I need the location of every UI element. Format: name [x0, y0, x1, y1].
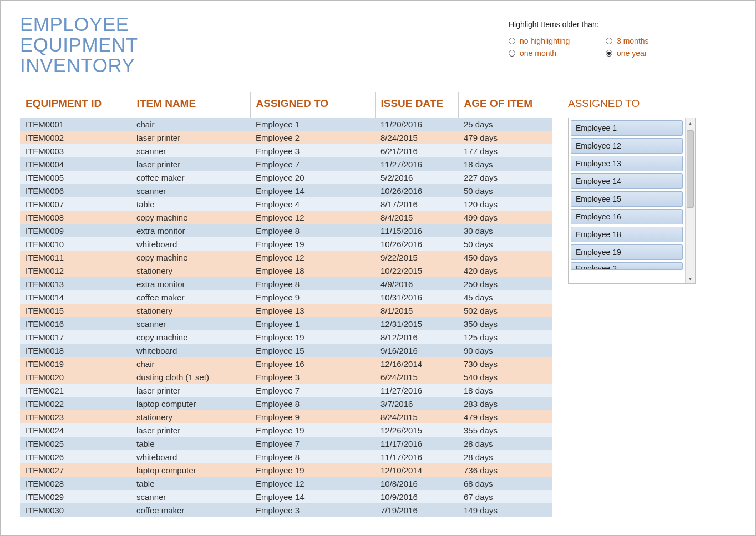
cell-age: 45 days [458, 290, 552, 304]
table-row[interactable]: ITEM0013extra monitorEmployee 84/9/20162… [20, 277, 552, 290]
cell-assigned: Employee 1 [250, 118, 375, 131]
cell-date: 12/26/2015 [375, 423, 458, 437]
title-line-2: EQUIPMENT [20, 35, 138, 55]
table-row[interactable]: ITEM0029scannerEmployee 1410/9/201667 da… [20, 490, 552, 503]
table-row[interactable]: ITEM0015stationeryEmployee 138/1/2015502… [20, 304, 552, 317]
cell-age: 479 days [458, 131, 552, 144]
cell-name: table [131, 477, 250, 490]
cell-assigned: Employee 3 [250, 370, 375, 384]
slicer-item[interactable]: Employee 14 [571, 173, 683, 189]
cell-assigned: Employee 9 [250, 290, 375, 304]
cell-name: coffee maker [131, 503, 250, 517]
cell-name: coffee maker [131, 171, 250, 184]
table-row[interactable]: ITEM0011copy machineEmployee 129/22/2015… [20, 251, 552, 264]
cell-date: 11/17/2016 [375, 450, 458, 463]
cell-assigned: Employee 8 [250, 397, 375, 410]
table-row[interactable]: ITEM0019chairEmployee 1612/16/2014730 da… [20, 357, 552, 370]
cell-id: ITEM0008 [20, 211, 131, 224]
cell-assigned: Employee 7 [250, 157, 375, 171]
slicer-scrollbar[interactable]: ▴ ▾ [685, 118, 695, 283]
cell-id: ITEM0012 [20, 264, 131, 277]
cell-age: 18 days [458, 157, 552, 171]
table-row[interactable]: ITEM0001chairEmployee 111/20/201625 days [20, 118, 552, 131]
table-row[interactable]: ITEM0023stationeryEmployee 98/24/2015479… [20, 410, 552, 423]
cell-id: ITEM0007 [20, 197, 131, 211]
scroll-up-arrow[interactable]: ▴ [686, 118, 695, 128]
cell-id: ITEM0015 [20, 304, 131, 317]
cell-date: 8/24/2015 [375, 131, 458, 144]
table-row[interactable]: ITEM0005coffee makerEmployee 205/2/20162… [20, 171, 552, 184]
cell-assigned: Employee 15 [250, 344, 375, 357]
table-row[interactable]: ITEM0007tableEmployee 48/17/2016120 days [20, 197, 552, 211]
slicer-box: Employee 1Employee 12Employee 13Employee… [568, 118, 696, 284]
cell-age: 67 days [458, 490, 552, 503]
slicer-item[interactable]: Employee 15 [571, 191, 683, 207]
cell-id: ITEM0018 [20, 344, 131, 357]
slicer-item[interactable]: Employee 13 [571, 156, 683, 171]
table-row[interactable]: ITEM0030coffee makerEmployee 37/19/20161… [20, 503, 552, 517]
cell-date: 11/17/2016 [375, 437, 458, 450]
slicer-item[interactable]: Employee 12 [571, 138, 683, 154]
table-row[interactable]: ITEM0025tableEmployee 711/17/201628 days [20, 437, 552, 450]
highlight-option[interactable]: no highlighting [509, 37, 589, 45]
table-row[interactable]: ITEM0022laptop computerEmployee 83/7/201… [20, 397, 552, 410]
column-header[interactable]: ASSIGNED TO [250, 92, 375, 118]
table-row[interactable]: ITEM0006scannerEmployee 1410/26/201650 d… [20, 184, 552, 197]
table-row[interactable]: ITEM0012stationeryEmployee 1810/22/20154… [20, 264, 552, 277]
column-header[interactable]: AGE OF ITEM [458, 92, 552, 118]
table-row[interactable]: ITEM0004laser printerEmployee 711/27/201… [20, 157, 552, 171]
cell-assigned: Employee 3 [250, 144, 375, 157]
slicer-item[interactable]: Employee 19 [571, 244, 683, 260]
table-row[interactable]: ITEM0027laptop computerEmployee 1912/10/… [20, 463, 552, 477]
cell-id: ITEM0030 [20, 503, 131, 517]
table-row[interactable]: ITEM0028tableEmployee 1210/8/201668 days [20, 477, 552, 490]
cell-name: coffee maker [131, 290, 250, 304]
highlight-option[interactable]: one year [606, 49, 686, 58]
inventory-table: EQUIPMENT IDITEM NAMEASSIGNED TOISSUE DA… [20, 92, 552, 517]
table-row[interactable]: ITEM0008copy machineEmployee 128/4/20154… [20, 211, 552, 224]
column-header[interactable]: EQUIPMENT ID [20, 92, 131, 118]
table-row[interactable]: ITEM0003scannerEmployee 36/21/2016177 da… [20, 144, 552, 157]
cell-id: ITEM0023 [20, 410, 131, 423]
slicer-item[interactable]: Employee 18 [571, 227, 683, 242]
cell-age: 149 days [458, 503, 552, 517]
slicer-panel: ASSIGNED TO Employee 1Employee 12Employe… [568, 92, 696, 284]
table-row[interactable]: ITEM0014coffee makerEmployee 910/31/2016… [20, 290, 552, 304]
cell-age: 28 days [458, 450, 552, 463]
column-header[interactable]: ITEM NAME [131, 92, 250, 118]
title-line-1: EMPLOYEE [20, 14, 138, 35]
table-row[interactable]: ITEM0016scannerEmployee 112/31/2015350 d… [20, 317, 552, 330]
cell-date: 11/20/2016 [375, 118, 458, 131]
table-row[interactable]: ITEM0020dusting cloth (1 set)Employee 36… [20, 370, 552, 384]
table-row[interactable]: ITEM0009extra monitorEmployee 811/15/201… [20, 224, 552, 237]
table-body: ITEM0001chairEmployee 111/20/201625 days… [20, 118, 552, 517]
table-row[interactable]: ITEM0017copy machineEmployee 198/12/2016… [20, 330, 552, 344]
cell-id: ITEM0026 [20, 450, 131, 463]
cell-age: 730 days [458, 357, 552, 370]
table-header-row: EQUIPMENT IDITEM NAMEASSIGNED TOISSUE DA… [20, 92, 552, 118]
slicer-item[interactable]: Employee 2 [571, 262, 683, 270]
cell-assigned: Employee 8 [250, 277, 375, 290]
scroll-down-arrow[interactable]: ▾ [686, 273, 695, 283]
table-row[interactable]: ITEM0010whiteboardEmployee 1910/26/20165… [20, 237, 552, 251]
cell-age: 499 days [458, 211, 552, 224]
slicer-item[interactable]: Employee 16 [571, 209, 683, 224]
table-row[interactable]: ITEM0018whiteboardEmployee 159/16/201690… [20, 344, 552, 357]
scroll-thumb[interactable] [687, 130, 694, 208]
slicer-item[interactable]: Employee 1 [571, 120, 683, 136]
cell-age: 350 days [458, 317, 552, 330]
cell-name: stationery [131, 264, 250, 277]
cell-date: 11/27/2016 [375, 157, 458, 171]
cell-assigned: Employee 16 [250, 357, 375, 370]
cell-id: ITEM0009 [20, 224, 131, 237]
column-header[interactable]: ISSUE DATE [375, 92, 458, 118]
table-row[interactable]: ITEM0026whiteboardEmployee 811/17/201628… [20, 450, 552, 463]
highlight-option[interactable]: 3 months [606, 37, 686, 45]
highlight-option[interactable]: one month [509, 49, 589, 58]
cell-date: 6/21/2016 [375, 144, 458, 157]
table-row[interactable]: ITEM0024laser printerEmployee 1912/26/20… [20, 423, 552, 437]
cell-id: ITEM0021 [20, 384, 131, 397]
cell-name: stationery [131, 304, 250, 317]
table-row[interactable]: ITEM0021laser printerEmployee 711/27/201… [20, 384, 552, 397]
table-row[interactable]: ITEM0002laser printerEmployee 28/24/2015… [20, 131, 552, 144]
